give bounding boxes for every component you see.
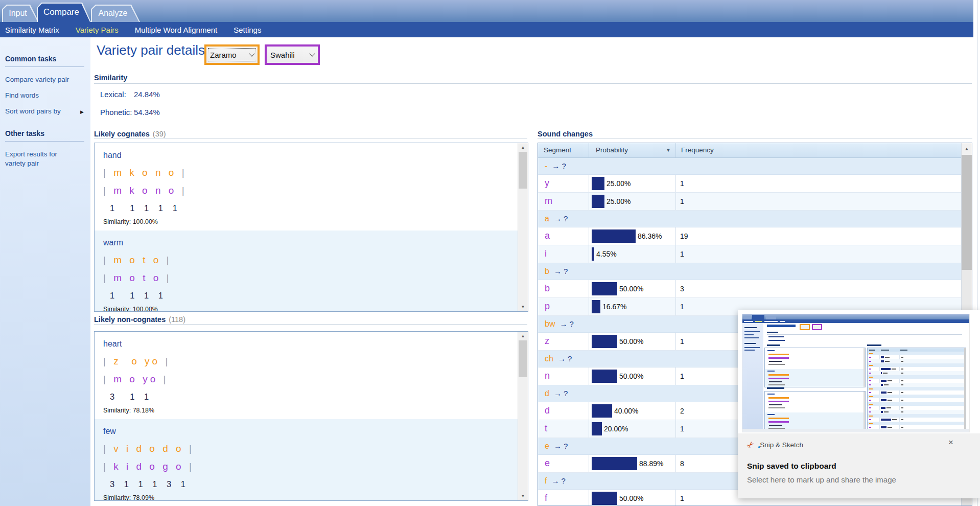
thumbnail-detail bbox=[885, 357, 890, 358]
close-icon[interactable]: × bbox=[948, 438, 953, 448]
thumbnail-detail bbox=[881, 411, 883, 413]
group-arrow: → ? bbox=[554, 267, 568, 275]
thumbnail-detail bbox=[868, 414, 964, 418]
thumbnail-detail bbox=[869, 404, 873, 405]
thumbnail-detail bbox=[901, 427, 903, 428]
sound-change-row[interactable]: m25.00%1 bbox=[538, 193, 962, 211]
snip-sketch-toast[interactable]: ✂ Snip & Sketch × Snip saved to clipboar… bbox=[738, 310, 980, 498]
thumbnail-detail bbox=[869, 350, 875, 351]
thumbnail-detail bbox=[868, 363, 964, 367]
thumbnail-detail bbox=[768, 401, 789, 402]
menu-item-similarity-matrix[interactable]: Similarity Matrix bbox=[5, 26, 59, 34]
noncognates-scrollbar[interactable]: ▲ ▼ bbox=[518, 332, 528, 500]
variety1-dropdown[interactable]: Zaramo bbox=[204, 44, 260, 65]
group-arrow: → ? bbox=[552, 162, 566, 170]
boundary-pipe: | bbox=[103, 443, 113, 454]
scroll-up-icon[interactable]: ▲ bbox=[518, 332, 528, 340]
segments-text: z o yo bbox=[113, 356, 160, 366]
thumbnail-detail bbox=[868, 387, 964, 390]
column-header-frequency[interactable]: Frequency bbox=[676, 143, 962, 157]
menu-item-multiple-word-alignment[interactable]: Multiple Word Alignment bbox=[135, 26, 217, 34]
column-header-segment[interactable]: Segment bbox=[538, 143, 589, 157]
variety2-alignment: | m o yo | bbox=[103, 372, 518, 390]
menu-item-variety-pairs[interactable]: Variety Pairs bbox=[76, 26, 119, 34]
tab-input[interactable]: Input bbox=[2, 5, 39, 22]
column-header-probability[interactable]: Probability ▼ bbox=[589, 143, 676, 157]
variety2-dropdown[interactable]: Swahili bbox=[265, 44, 320, 65]
scroll-up-icon[interactable]: ▲ bbox=[518, 143, 528, 152]
scrollbar-thumb[interactable] bbox=[519, 340, 527, 377]
scroll-down-icon[interactable]: ▼ bbox=[518, 303, 528, 311]
sound-change-group-header: b→ ? bbox=[538, 263, 962, 280]
scroll-down-icon[interactable]: ▼ bbox=[518, 492, 528, 500]
thumbnail-detail bbox=[752, 315, 764, 319]
task-link-compare-variety-pair[interactable]: Compare variety pair bbox=[5, 72, 73, 87]
task-link-sort-word-pairs-by[interactable]: Sort word pairs by▶ bbox=[5, 103, 73, 119]
toast-app-name: Snip & Sketch bbox=[760, 441, 803, 449]
thumbnail-detail bbox=[767, 387, 784, 389]
toast-body: ✂ Snip & Sketch × Snip saved to clipboar… bbox=[738, 433, 980, 498]
phonetic-value: 54.34% bbox=[134, 108, 160, 117]
boundary-pipe: | bbox=[184, 443, 194, 454]
scroll-up-icon[interactable]: ▲ bbox=[962, 143, 972, 155]
thumbnail-detail bbox=[868, 371, 964, 375]
segment-cell: m bbox=[538, 193, 589, 210]
thumbnail-detail bbox=[767, 371, 775, 372]
thumbnail-detail bbox=[800, 324, 810, 330]
alignment-scores: 1 1 1 1 1 bbox=[110, 201, 518, 218]
probability-bar bbox=[592, 177, 604, 190]
probability-value: 25.00% bbox=[606, 197, 631, 205]
thumbnail-detail bbox=[768, 364, 785, 365]
cognates-scrollbar[interactable]: ▲ ▼ bbox=[518, 143, 528, 311]
task-link-export-results-for-variety-pair[interactable]: Export results for variety pair bbox=[5, 146, 73, 171]
thumbnail-detail bbox=[886, 407, 891, 408]
thumbnail-detail bbox=[901, 392, 903, 393]
task-link-label: Find words bbox=[5, 91, 39, 99]
tab-compare[interactable]: Compare bbox=[37, 3, 91, 22]
segment-cell: e bbox=[538, 455, 589, 472]
segment-cell: d bbox=[538, 402, 589, 420]
probability-bar bbox=[592, 457, 637, 470]
boundary-pipe: | bbox=[176, 185, 186, 196]
frequency-cell: 1 bbox=[676, 175, 962, 192]
thumbnail-detail bbox=[869, 407, 871, 408]
group-arrow: → ? bbox=[551, 476, 566, 485]
menu-item-settings[interactable]: Settings bbox=[234, 26, 261, 34]
sound-change-group-header: -→ ? bbox=[538, 158, 962, 175]
thumbnail-detail bbox=[868, 402, 964, 406]
task-link-find-words[interactable]: Find words bbox=[5, 87, 73, 103]
thumbnail-detail bbox=[888, 392, 892, 393]
thumbnail-detail bbox=[768, 336, 784, 337]
entry-similarity: Similarity: 78.09% bbox=[103, 494, 518, 500]
lexical-value: 24.84% bbox=[134, 90, 160, 99]
thumbnail-detail bbox=[766, 316, 776, 319]
submenu-arrow-icon: ▶ bbox=[80, 107, 84, 117]
thumbnail-detail bbox=[901, 373, 903, 374]
divider bbox=[5, 141, 84, 142]
noncognates-count: (118) bbox=[169, 315, 185, 324]
tab-analyze[interactable]: Analyze bbox=[91, 5, 140, 22]
thumbnail-detail bbox=[769, 425, 782, 426]
sound-change-row[interactable]: y25.00%1 bbox=[538, 175, 962, 193]
probability-value: 40.00% bbox=[614, 407, 638, 415]
thumbnail-detail bbox=[869, 419, 871, 420]
scrollbar-thumb[interactable] bbox=[962, 155, 972, 270]
frequency-cell: 19 bbox=[676, 227, 962, 245]
probability-cell: 20.00% bbox=[589, 420, 676, 438]
similarity-heading: Similarity bbox=[94, 74, 127, 82]
thumbnail-detail bbox=[901, 384, 903, 385]
segments-text: v i d o d o bbox=[113, 443, 183, 454]
thumbnail-detail bbox=[744, 321, 753, 322]
sound-change-row[interactable]: b50.00%3 bbox=[538, 280, 962, 298]
thumbnail-detail bbox=[869, 365, 873, 366]
thumbnail-detail bbox=[780, 321, 785, 322]
thumbnail-detail bbox=[768, 374, 789, 376]
thumbnail-detail bbox=[768, 384, 785, 385]
probability-value: 50.00% bbox=[619, 494, 643, 502]
sound-change-row[interactable]: a86.36%19 bbox=[538, 227, 962, 245]
thumbnail-detail bbox=[869, 380, 871, 381]
common-tasks-heading: Common tasks bbox=[5, 55, 86, 63]
sound-change-row[interactable]: i4.55%1 bbox=[538, 245, 962, 263]
group-arrow: → ? bbox=[554, 442, 568, 450]
scrollbar-thumb[interactable] bbox=[519, 152, 527, 189]
